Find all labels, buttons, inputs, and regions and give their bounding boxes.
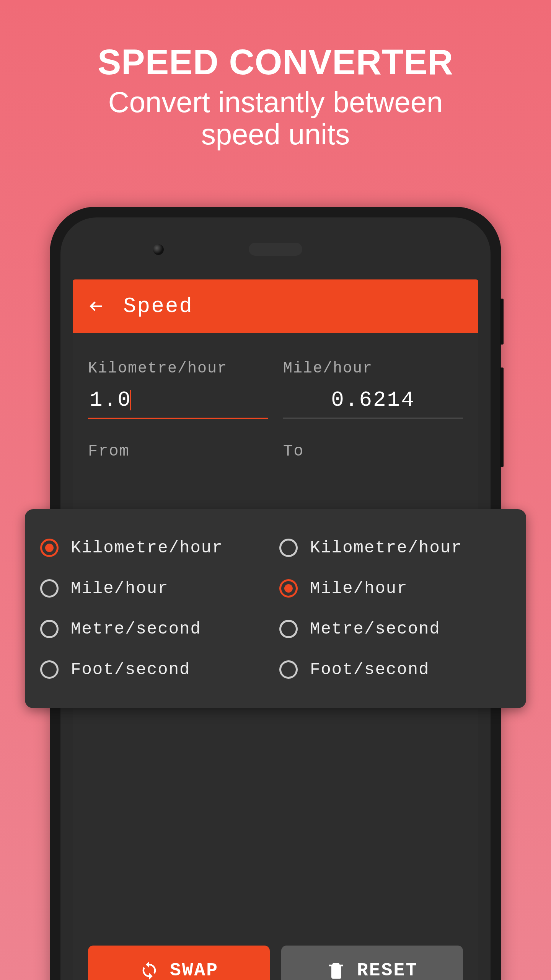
promo-title: SPEED CONVERTER bbox=[0, 42, 551, 82]
radio-label: Metre/second bbox=[310, 619, 440, 639]
unit-options-card: Kilometre/hourMile/hourMetre/secondFoot/… bbox=[25, 509, 526, 708]
to-value-output: 0.6214 bbox=[283, 385, 463, 418]
radio-label: Metre/second bbox=[71, 619, 201, 639]
phone-volume-button bbox=[500, 368, 504, 467]
from-options-column: Kilometre/hourMile/hourMetre/secondFoot/… bbox=[40, 528, 272, 690]
radio-icon bbox=[279, 539, 298, 557]
from-heading: From bbox=[88, 442, 268, 461]
radio-icon bbox=[40, 539, 59, 557]
radio-label: Foot/second bbox=[71, 660, 190, 679]
to-unit-label: Mile/hour bbox=[283, 360, 463, 377]
from-option-2[interactable]: Metre/second bbox=[40, 609, 272, 649]
radio-icon bbox=[40, 620, 59, 638]
to-options-column: Kilometre/hourMile/hourMetre/secondFoot/… bbox=[279, 528, 511, 690]
radio-icon bbox=[279, 660, 298, 679]
to-heading: To bbox=[283, 442, 463, 461]
content-area: Kilometre/hour 1.0 Mile/hour 0.6214 From… bbox=[73, 333, 478, 461]
io-row: Kilometre/hour 1.0 Mile/hour 0.6214 bbox=[88, 360, 463, 419]
from-unit-label: Kilometre/hour bbox=[88, 360, 268, 377]
trash-icon bbox=[326, 960, 346, 980]
phone-power-button bbox=[500, 299, 504, 345]
to-option-1[interactable]: Mile/hour bbox=[279, 568, 511, 609]
to-option-3[interactable]: Foot/second bbox=[279, 649, 511, 690]
promo-header: SPEED CONVERTER Convert instantly betwee… bbox=[0, 0, 551, 150]
app-title: Speed bbox=[123, 294, 193, 318]
radio-icon bbox=[40, 579, 59, 598]
swap-button[interactable]: SWAP bbox=[88, 946, 270, 980]
radio-icon bbox=[279, 579, 298, 598]
to-option-0[interactable]: Kilometre/hour bbox=[279, 528, 511, 568]
from-option-0[interactable]: Kilometre/hour bbox=[40, 528, 272, 568]
radio-label: Mile/hour bbox=[71, 579, 169, 598]
back-arrow-icon[interactable] bbox=[88, 298, 105, 315]
radio-icon bbox=[279, 620, 298, 638]
from-to-heading-row: From To bbox=[88, 442, 463, 461]
swap-icon bbox=[139, 960, 159, 980]
reset-label: RESET bbox=[357, 960, 418, 980]
promo-subtitle: Convert instantly between speed units bbox=[0, 86, 551, 150]
to-column: Mile/hour 0.6214 bbox=[283, 360, 463, 419]
action-buttons: SWAP RESET bbox=[88, 946, 463, 980]
to-option-2[interactable]: Metre/second bbox=[279, 609, 511, 649]
radio-label: Kilometre/hour bbox=[310, 538, 462, 557]
from-value-input[interactable]: 1.0 bbox=[88, 385, 268, 419]
text-cursor bbox=[130, 390, 131, 410]
reset-button[interactable]: RESET bbox=[281, 946, 463, 980]
radio-label: Kilometre/hour bbox=[71, 538, 223, 557]
radio-label: Mile/hour bbox=[310, 579, 408, 598]
swap-label: SWAP bbox=[170, 960, 218, 980]
radio-label: Foot/second bbox=[310, 660, 429, 679]
radio-icon bbox=[40, 660, 59, 679]
from-column: Kilometre/hour 1.0 bbox=[88, 360, 268, 419]
phone-speaker bbox=[249, 243, 302, 256]
phone-camera bbox=[153, 244, 164, 255]
app-bar: Speed bbox=[73, 279, 478, 333]
from-option-3[interactable]: Foot/second bbox=[40, 649, 272, 690]
from-option-1[interactable]: Mile/hour bbox=[40, 568, 272, 609]
